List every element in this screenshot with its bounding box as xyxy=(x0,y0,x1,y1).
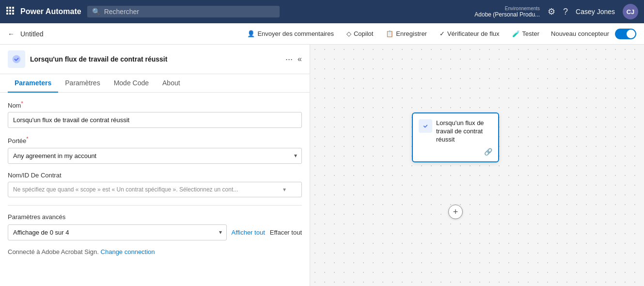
canvas-node[interactable]: Lorsqu'un flux de travail de contrat réu… xyxy=(412,112,499,162)
nomid-label: Nom/ID De Contrat xyxy=(8,172,302,179)
test-label: Tester xyxy=(522,30,539,37)
avatar[interactable]: CJ xyxy=(623,4,638,19)
secondary-bar: ← Untitled 👤 Envoyer des commentaires ◇ … xyxy=(0,23,644,45)
canvas-node-footer: 🔗 xyxy=(419,148,492,156)
save-icon: 📋 xyxy=(386,30,393,37)
trigger-title: Lorsqu'un flux de travail de contrat réu… xyxy=(30,55,281,63)
svg-rect-3 xyxy=(6,10,8,12)
nomid-chevron-icon: ▾ xyxy=(283,186,286,193)
nomid-placeholder-text: Ne spécifiez que quand « scope » est « U… xyxy=(13,186,238,193)
svg-rect-2 xyxy=(12,7,14,9)
portee-select[interactable]: Any agreement in my accountAny agreement… xyxy=(8,148,302,164)
canvas-adobe-icon xyxy=(421,121,430,131)
advanced-select-row: Affichage de 0 sur 4 ▾ Afficher tout Eff… xyxy=(8,224,302,240)
main-layout: Lorsqu'un flux de travail de contrat réu… xyxy=(0,45,644,286)
nom-label: Nom* xyxy=(8,100,302,109)
back-arrow-icon: ← xyxy=(8,30,15,38)
tab-about[interactable]: About xyxy=(156,74,187,93)
tab-parameters[interactable]: Parameters xyxy=(8,74,58,93)
secondary-actions: 👤 Envoyer des commentaires ◇ Copilot 📋 E… xyxy=(242,28,636,40)
form-divider xyxy=(8,205,302,206)
save-button[interactable]: 📋 Enregistrer xyxy=(381,28,432,40)
trigger-icon-box xyxy=(8,50,25,68)
nomid-select[interactable]: Ne spécifiez que quand « scope » est « U… xyxy=(8,182,302,197)
checker-label: Vérificateur de flux xyxy=(447,30,500,37)
copilot-button[interactable]: ◇ Copilot xyxy=(342,28,378,40)
adobe-sign-icon xyxy=(11,54,22,64)
flow-title: Untitled xyxy=(20,30,43,38)
checker-button[interactable]: ✓ Vérificateur de flux xyxy=(435,28,504,40)
test-button[interactable]: 🧪 Tester xyxy=(507,28,544,40)
svg-rect-4 xyxy=(9,10,11,12)
svg-rect-5 xyxy=(12,10,14,12)
save-label: Enregistrer xyxy=(396,30,427,37)
canvas-node-title: Lorsqu'un flux de travail de contrat réu… xyxy=(436,119,492,144)
add-step-button[interactable]: + xyxy=(448,205,463,219)
advanced-select[interactable]: Affichage de 0 sur 4 xyxy=(8,224,227,240)
search-icon: 🔍 xyxy=(92,8,100,16)
search-input[interactable] xyxy=(104,8,275,16)
advanced-section: Paramètres avancés Affichage de 0 sur 4 … xyxy=(8,213,302,240)
change-connection-link[interactable]: Change connection xyxy=(101,248,155,255)
env-label: Environnements xyxy=(505,6,540,11)
connected-row: Connecté à Adobe Acrobat Sign. Change co… xyxy=(8,248,302,255)
connected-text: Connecté à Adobe Acrobat Sign. xyxy=(8,248,99,255)
tab-modecode[interactable]: Mode Code xyxy=(107,74,156,93)
app-brand: Power Automate xyxy=(20,7,81,16)
canvas-link-icon: 🔗 xyxy=(484,148,492,156)
nouveau-label: Nouveau concepteur xyxy=(551,30,609,37)
trigger-more-icon[interactable]: ··· xyxy=(285,54,293,64)
form-area: Nom* Portée* Any agreement in my account… xyxy=(0,93,310,263)
nav-right: Environnements Adobe (Personal Produ... … xyxy=(474,4,638,19)
checker-icon: ✓ xyxy=(440,30,445,37)
canvas-node-header: Lorsqu'un flux de travail de contrat réu… xyxy=(419,119,492,144)
back-button[interactable]: ← xyxy=(8,30,15,38)
tab-parametres[interactable]: Paramètres xyxy=(58,74,107,93)
nom-input[interactable] xyxy=(8,112,302,128)
settings-icon[interactable]: ⚙ xyxy=(548,6,555,17)
env-name: Adobe (Personal Produ... xyxy=(474,11,540,18)
right-canvas: Lorsqu'un flux de travail de contrat réu… xyxy=(310,45,644,286)
svg-rect-10 xyxy=(421,121,430,131)
nouveau-toggle[interactable] xyxy=(615,29,636,39)
top-nav: ⁢⁣⁤ Power Automate 🔍 Environnements Adob… xyxy=(0,0,644,23)
canvas-node-icon-box xyxy=(419,119,432,133)
environment-selector[interactable]: Environnements Adobe (Personal Produ... xyxy=(474,6,540,18)
advanced-select-wrapper: Affichage de 0 sur 4 ▾ xyxy=(8,224,227,240)
left-panel: Lorsqu'un flux de travail de contrat réu… xyxy=(0,45,310,286)
portee-label: Portée* xyxy=(8,136,302,144)
test-icon: 🧪 xyxy=(512,30,520,37)
feedback-button[interactable]: 👤 Envoyer des commentaires xyxy=(242,28,339,40)
nomid-field-group: Nom/ID De Contrat Ne spécifiez que quand… xyxy=(8,172,302,197)
svg-rect-8 xyxy=(12,13,14,15)
svg-rect-6 xyxy=(6,13,8,15)
tabs-bar: Parameters Paramètres Mode Code About xyxy=(0,74,310,93)
search-bar[interactable]: 🔍 xyxy=(87,6,280,17)
copilot-label: Copilot xyxy=(354,30,373,37)
portee-field-group: Portée* Any agreement in my accountAny a… xyxy=(8,136,302,163)
svg-rect-7 xyxy=(9,13,11,15)
effacer-tout-button[interactable]: Effacer tout xyxy=(270,229,302,236)
afficher-tout-button[interactable]: Afficher tout xyxy=(232,229,265,236)
portee-select-wrapper: Any agreement in my accountAny agreement… xyxy=(8,148,302,164)
grid-icon[interactable]: ⁢⁣⁤ xyxy=(6,6,15,17)
copilot-icon: ◇ xyxy=(346,30,351,37)
help-icon[interactable]: ? xyxy=(563,7,568,17)
nom-field-group: Nom* xyxy=(8,100,302,128)
trigger-header: Lorsqu'un flux de travail de contrat réu… xyxy=(0,45,310,74)
feedback-icon: 👤 xyxy=(247,30,255,37)
feedback-label: Envoyer des commentaires xyxy=(257,30,334,37)
advanced-label: Paramètres avancés xyxy=(8,213,302,221)
user-name: Casey Jones xyxy=(576,8,615,16)
trigger-collapse-icon[interactable]: « xyxy=(298,55,302,64)
svg-rect-1 xyxy=(9,7,11,9)
svg-rect-0 xyxy=(6,7,8,9)
